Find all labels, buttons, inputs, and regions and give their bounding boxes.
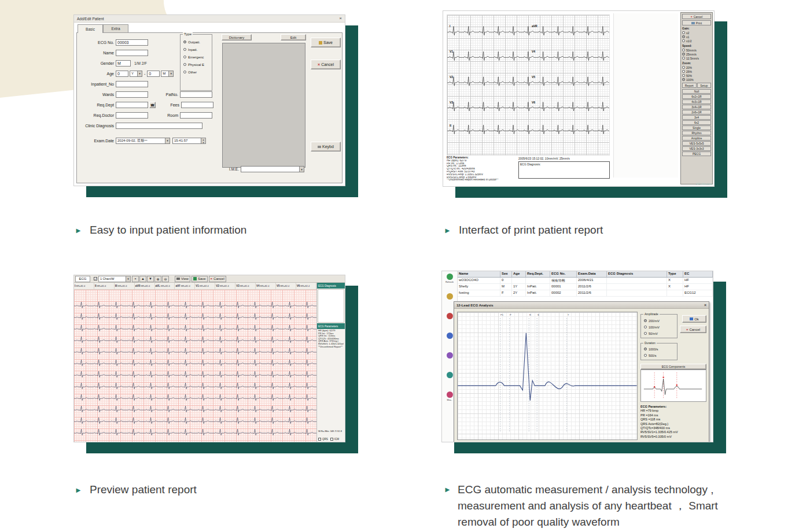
tab[interactable]: Extra xyxy=(103,24,128,32)
cancel-button[interactable]: ×Cancel xyxy=(682,14,711,19)
layout-button[interactable]: Single xyxy=(682,125,711,130)
column-header[interactable]: ECG No. xyxy=(550,271,577,277)
layout-button[interactable]: Null xyxy=(682,89,711,94)
patno-field[interactable] xyxy=(180,91,212,98)
view-button[interactable]: View xyxy=(175,276,190,282)
tool-button[interactable]: ⊕ xyxy=(154,276,161,282)
tool-button[interactable]: ▼ xyxy=(147,276,154,282)
radio-option[interactable]: Physical E xyxy=(181,61,212,68)
radio-option[interactable]: 100/mV xyxy=(641,324,677,330)
time-spinner[interactable]: ▴▾ xyxy=(201,138,206,144)
table-row[interactable]: ShellyM1YInPati.000012011/2/6XHF xyxy=(458,284,713,290)
wards-field[interactable] xyxy=(116,91,148,98)
layout-button[interactable]: 6x2+1R xyxy=(682,94,711,99)
column-header[interactable]: Req.Dept. xyxy=(526,271,550,277)
radio-option[interactable]: Emergenc xyxy=(181,53,212,61)
column-header[interactable]: Name xyxy=(458,271,500,277)
type-options: Outpati.Inpati.EmergencPhysical EOther xyxy=(181,35,212,76)
cancel-button[interactable]: ×Cancel xyxy=(311,60,341,69)
layout-button[interactable]: 3x4+1R xyxy=(682,105,711,109)
radio-option[interactable]: Outpati. xyxy=(181,38,212,46)
clinic-diagnosis-field[interactable] xyxy=(116,123,202,129)
table-row[interactable]: fostingF2YInPati.000022011/2/6ECG12 xyxy=(458,290,713,297)
radio-option[interactable]: Inpati. xyxy=(181,46,212,53)
edit-button[interactable]: Edit xyxy=(281,34,306,40)
tab[interactable]: Basic xyxy=(78,24,103,33)
cancel-button[interactable]: ×Cancel xyxy=(209,276,226,282)
column-header[interactable]: Sex xyxy=(500,271,512,277)
panel-tab[interactable]: Setup xyxy=(697,83,712,88)
layout-button[interactable]: VES-5x5x5 xyxy=(682,141,711,146)
column-header[interactable]: ECG Diagnosis xyxy=(607,271,667,277)
lookup-button[interactable]: ☎ xyxy=(149,102,156,108)
tool-button[interactable]: ⊖ xyxy=(162,276,169,282)
speed-option[interactable]: 50mm/s xyxy=(682,48,711,52)
column-header[interactable]: Type xyxy=(667,271,683,277)
panel-tab[interactable]: Report xyxy=(682,83,697,88)
channel-checkbox[interactable]: ✓ xyxy=(94,277,97,280)
req-dept-field[interactable] xyxy=(116,102,148,108)
diagnosis-box[interactable] xyxy=(318,289,344,323)
ecg-no-field[interactable] xyxy=(116,39,148,46)
ime-select[interactable]: ▾ xyxy=(241,166,304,172)
footer-checkbox[interactable]: ICM xyxy=(330,438,339,441)
gain-option[interactable]: x1 xyxy=(682,35,711,39)
zoom-option[interactable]: 20% xyxy=(682,65,711,69)
inpatient-no-field[interactable] xyxy=(116,81,148,87)
layout-button[interactable]: 2x6+1R xyxy=(682,110,711,114)
dictionary-list[interactable] xyxy=(222,43,305,168)
room-field[interactable] xyxy=(180,112,212,119)
channel-select[interactable]: 1 Chan/W▾ xyxy=(98,276,131,282)
req-doctor-field[interactable] xyxy=(116,112,148,119)
radio-option[interactable]: 200/mV xyxy=(641,317,677,324)
radio-option[interactable]: Other xyxy=(181,68,212,76)
caption-patient-input: Easy to input patient information xyxy=(90,222,246,238)
zoom-option[interactable]: 25% xyxy=(682,69,711,73)
gain-option[interactable]: x1/2 xyxy=(682,39,711,43)
layout-button[interactable]: VES-3x3x3 xyxy=(682,146,711,151)
close-icon[interactable]: × xyxy=(339,16,342,21)
layout-button[interactable]: 6x2 xyxy=(682,120,711,125)
zoom-option[interactable]: 100% xyxy=(682,77,711,82)
speed-option[interactable]: 12.5mm/s xyxy=(682,56,711,60)
fees-field[interactable] xyxy=(181,102,213,108)
column-header[interactable]: Exam.Data xyxy=(577,271,607,277)
radio-option[interactable]: 50/mV xyxy=(641,330,677,337)
gender-field[interactable] xyxy=(116,60,131,66)
name-field[interactable] xyxy=(116,50,148,56)
age-field-2[interactable] xyxy=(147,71,160,77)
age-unit-select[interactable]: Y▾ xyxy=(130,71,142,77)
close-icon[interactable]: × xyxy=(704,303,706,307)
gain-option[interactable]: x2 xyxy=(682,31,711,35)
dictionary-button[interactable]: Dictionary xyxy=(222,34,252,40)
table-row[interactable]: wO3OCO4O0候有待检2006/4/21XHF xyxy=(458,278,713,284)
layout-button[interactable]: Amplitre xyxy=(682,136,711,141)
age-unit-select-2[interactable]: M▾ xyxy=(161,71,174,77)
save-button[interactable]: Save xyxy=(311,38,341,47)
age-field[interactable] xyxy=(116,71,128,77)
layout-button[interactable]: 3x4 xyxy=(682,115,711,120)
zoom-option[interactable]: 50% xyxy=(682,73,711,77)
print-button[interactable]: Print xyxy=(682,20,711,25)
cancel-button[interactable]: ×Cancel xyxy=(680,326,706,333)
ok-button[interactable]: Ok xyxy=(682,315,706,323)
column-header[interactable]: EC xyxy=(683,271,713,277)
column-header[interactable]: Age xyxy=(512,271,526,277)
radio-option[interactable]: 500/s xyxy=(641,352,677,359)
tool-button[interactable]: × xyxy=(132,276,139,282)
duration-group: Duration 1000/s500/s xyxy=(640,343,677,360)
exam-date-select[interactable]: 2024-09-02, 星期一▾ xyxy=(116,138,170,144)
form-row-name: Name xyxy=(80,49,148,56)
save-button[interactable]: Save xyxy=(192,276,208,282)
sidebar-item[interactable]: Refresh xyxy=(442,271,457,291)
layout-button[interactable]: PECG xyxy=(682,152,711,156)
exam-time-field[interactable]: 15:41:57 xyxy=(172,138,201,144)
footer-checkbox[interactable]: QRS xyxy=(318,438,328,441)
keyboard-button[interactable]: Keybd xyxy=(311,142,341,152)
radio-option[interactable]: 1000/s xyxy=(641,346,677,352)
layout-button[interactable]: Rhythm xyxy=(682,131,711,135)
layout-button[interactable]: 4x3+1R xyxy=(682,99,711,104)
speed-option[interactable]: 25mm/s xyxy=(682,52,711,56)
tool-button[interactable]: ▲ xyxy=(139,276,146,282)
tab-ecg[interactable]: ECG xyxy=(75,276,90,282)
